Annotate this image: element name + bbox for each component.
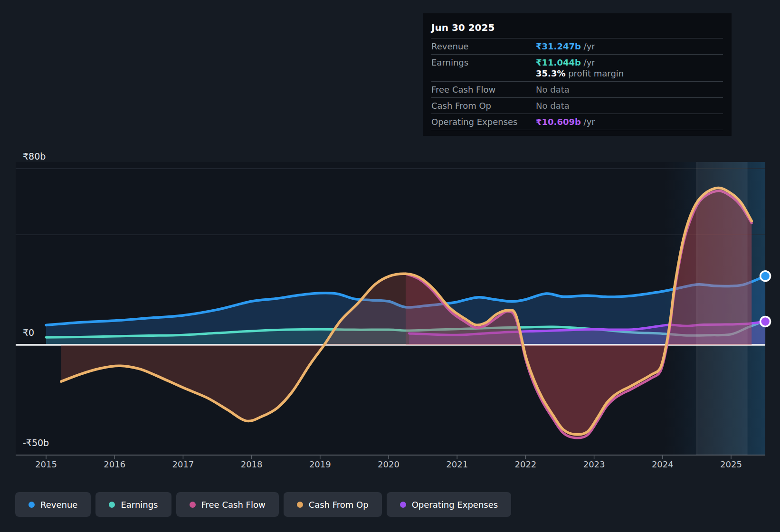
earnings-dot-icon xyxy=(109,502,115,508)
operating-expenses-dot-icon xyxy=(400,502,406,508)
chart-legend: RevenueEarningsFree Cash FlowCash From O… xyxy=(15,492,511,517)
x-axis-label: 2019 xyxy=(309,459,331,469)
x-axis-label: 2015 xyxy=(35,459,57,469)
legend-item-revenue[interactable]: Revenue xyxy=(15,492,91,517)
tooltip-rows: Revenue₹31.247b /yrEarnings₹11.044b /yr3… xyxy=(431,38,723,130)
tooltip-row-suffix: /yr xyxy=(581,57,595,67)
tooltip-row-value: ₹10.609b xyxy=(536,117,581,127)
tooltip-row-label: Earnings xyxy=(431,57,536,67)
legend-item-cash-from-op[interactable]: Cash From Op xyxy=(284,492,382,517)
highlight-band xyxy=(697,162,748,455)
legend-item-label: Free Cash Flow xyxy=(201,500,266,510)
x-axis-label: 2024 xyxy=(652,459,674,469)
x-axis-label: 2025 xyxy=(720,459,742,469)
legend-item-operating-expenses[interactable]: Operating Expenses xyxy=(387,492,511,517)
cash-from-op-dot-icon xyxy=(297,502,303,508)
tooltip-row-value: ₹31.247b xyxy=(536,41,581,51)
legend-item-label: Revenue xyxy=(40,500,77,510)
legend-item-label: Cash From Op xyxy=(309,500,369,510)
x-axis-label: 2018 xyxy=(241,459,263,469)
page: { "tooltip": { "title": "Jun 30 2025", "… xyxy=(0,0,780,532)
tooltip-row-label: Cash From Op xyxy=(431,101,536,111)
tooltip-row-value: No data xyxy=(536,85,570,95)
tooltip-row-value: No data xyxy=(536,101,570,111)
tooltip-row-label: Free Cash Flow xyxy=(431,85,536,95)
tooltip-row-suffix: /yr xyxy=(581,117,595,127)
legend-item-free-cash-flow[interactable]: Free Cash Flow xyxy=(176,492,279,517)
revenue-dot-icon xyxy=(29,502,35,508)
revenue-endpoint-marker[interactable] xyxy=(761,271,770,281)
legend-item-earnings[interactable]: Earnings xyxy=(95,492,171,517)
x-axis-label: 2023 xyxy=(583,459,605,469)
x-axis-label: 2022 xyxy=(514,459,536,469)
tooltip-profit-margin-label: profit margin xyxy=(565,68,624,78)
y-axis-label: ₹0 xyxy=(23,327,34,338)
tooltip-row: Operating Expenses₹10.609b /yr xyxy=(431,114,723,130)
x-axis-label: 2020 xyxy=(378,459,400,469)
free-cash-flow-dot-icon xyxy=(190,502,196,508)
tooltip-row-value: ₹11.044b xyxy=(536,57,581,67)
x-axis-label: 2017 xyxy=(172,459,194,469)
tooltip-row: Revenue₹31.247b /yr xyxy=(431,38,723,54)
y-axis-label: -₹50b xyxy=(23,437,49,448)
x-axis-label: 2016 xyxy=(104,459,125,469)
operating-expenses-endpoint-marker[interactable] xyxy=(761,316,770,326)
x-axis-label: 2021 xyxy=(446,459,468,469)
tooltip-row: Cash From OpNo data xyxy=(431,97,723,114)
y-axis-label: ₹80b xyxy=(23,151,46,162)
tooltip-row-suffix: /yr xyxy=(581,41,595,51)
legend-item-label: Operating Expenses xyxy=(412,500,498,510)
tooltip-row: Free Cash FlowNo data xyxy=(431,81,723,97)
legend-item-label: Earnings xyxy=(121,500,158,510)
tooltip-row: Earnings₹11.044b /yr35.3% profit margin xyxy=(431,54,723,81)
chart-tooltip: Jun 30 2025 Revenue₹31.247b /yrEarnings₹… xyxy=(423,13,732,136)
tooltip-profit-margin-value: 35.3% xyxy=(536,68,565,78)
tooltip-row-label: Operating Expenses xyxy=(431,117,536,127)
tooltip-date: Jun 30 2025 xyxy=(431,20,723,38)
tooltip-row-label: Revenue xyxy=(431,41,536,51)
